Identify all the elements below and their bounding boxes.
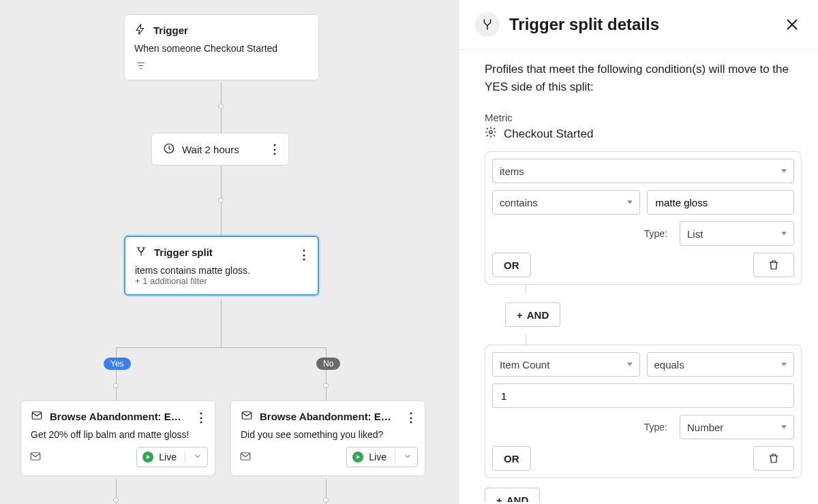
delete-button[interactable] [753, 253, 794, 277]
filter-icon[interactable] [134, 59, 147, 72]
select-value: contains [500, 197, 538, 208]
play-icon [142, 452, 153, 462]
chevron-down-icon [781, 232, 787, 236]
connector-dot [323, 383, 329, 388]
branch-no-badge: No [316, 358, 340, 370]
type-label: Type: [644, 422, 667, 432]
type-select[interactable]: List [680, 221, 794, 246]
connector-dot [323, 497, 329, 503]
operator-select[interactable]: equals [647, 352, 795, 377]
operator-select[interactable]: contains [492, 190, 640, 215]
mail-icon [241, 409, 253, 424]
details-panel: Trigger split details Profiles that meet… [458, 0, 818, 504]
split-icon [135, 245, 147, 259]
condition-group-2: Item Count equals Type: N [485, 345, 802, 478]
value-input-field[interactable] [654, 196, 787, 209]
status-dropdown[interactable]: Live [346, 447, 418, 467]
connector-line [116, 347, 117, 400]
type-label: Type: [644, 228, 667, 239]
svg-point-5 [489, 131, 493, 134]
email-card-no[interactable]: Browse Abandonment: Email… Did you see s… [230, 400, 425, 476]
connector-dot [113, 497, 119, 503]
gear-icon [485, 126, 497, 142]
plus-icon: + [496, 494, 502, 503]
trigger-title: Trigger [153, 25, 188, 36]
select-value: items [500, 166, 524, 177]
condition-group-1: items contains Type: List [485, 151, 802, 285]
close-button[interactable] [783, 15, 802, 34]
trigger-condition: When someone Checkout Started [125, 40, 318, 59]
email-title: Browse Abandonment: Email… [260, 411, 395, 422]
panel-title: Trigger split details [509, 15, 773, 34]
connector-line [221, 300, 222, 347]
delete-button[interactable] [753, 446, 794, 471]
value-input[interactable] [647, 190, 795, 215]
property-select[interactable]: items [492, 159, 794, 183]
kebab-icon[interactable] [267, 141, 283, 157]
chevron-down-icon [781, 170, 787, 173]
kebab-icon[interactable] [193, 409, 209, 426]
connector-dot [218, 198, 224, 203]
connector-dot [113, 383, 119, 388]
status-label: Live [159, 452, 177, 462]
trigger-card[interactable]: Trigger When someone Checkout Started [124, 14, 319, 80]
split-extra: + 1 additional filter [135, 276, 308, 286]
metric-value: Checkout Started [504, 127, 593, 141]
kebab-icon[interactable] [296, 247, 312, 263]
connector-line [526, 285, 526, 294]
select-value: equals [654, 359, 684, 371]
wait-card[interactable]: Wait 2 hours [151, 133, 289, 166]
email-title: Browse Abandonment: Email… [50, 411, 185, 422]
chevron-down-icon [627, 201, 633, 204]
panel-description: Profiles that meet the following conditi… [485, 61, 798, 95]
split-icon [475, 12, 500, 37]
mail-icon [31, 409, 43, 424]
mail-icon [239, 450, 252, 464]
select-value: List [687, 228, 703, 240]
select-value: Number [687, 422, 723, 433]
type-select[interactable]: Number [680, 415, 794, 439]
flow-canvas[interactable]: Trigger When someone Checkout Started Wa… [0, 0, 458, 504]
or-button[interactable]: OR [492, 446, 531, 471]
email-body: Did you see something you liked? [231, 428, 425, 447]
status-label: Live [369, 452, 387, 462]
and-button[interactable]: + AND [505, 302, 560, 327]
status-dropdown[interactable]: Live [136, 447, 208, 467]
chevron-down-icon [627, 363, 633, 366]
split-title: Trigger split [154, 247, 213, 258]
email-body: Get 20% off lip balm and matte gloss! [21, 428, 215, 447]
email-card-yes[interactable]: Browse Abandonment: Email… Get 20% off l… [20, 400, 215, 476]
kebab-icon[interactable] [403, 409, 419, 426]
chevron-down-icon [781, 426, 787, 429]
chevron-down-icon [404, 452, 412, 462]
mail-icon [29, 450, 42, 464]
clock-icon [163, 142, 175, 157]
connector-line [326, 347, 327, 400]
metric-label: Metric [485, 112, 802, 123]
plus-icon: + [517, 309, 523, 321]
select-value: Item Count [500, 359, 549, 371]
bolt-icon [134, 23, 147, 37]
connector-line [116, 347, 327, 348]
chevron-down-icon [194, 452, 202, 462]
connector-dot [218, 104, 224, 109]
wait-label: Wait 2 hours [182, 144, 239, 155]
trigger-split-card[interactable]: Trigger split items contains matte gloss… [124, 236, 319, 296]
or-button[interactable]: OR [492, 253, 531, 277]
value-input[interactable] [492, 383, 794, 408]
property-select[interactable]: Item Count [492, 352, 640, 377]
branch-yes-badge: Yes [104, 358, 131, 370]
split-summary: items contains matte gloss. [135, 265, 308, 276]
play-icon [352, 452, 363, 462]
value-input-field[interactable] [500, 390, 787, 403]
add-and-button[interactable]: + AND [485, 488, 540, 502]
connector-line [526, 335, 526, 345]
chevron-down-icon [781, 363, 787, 366]
